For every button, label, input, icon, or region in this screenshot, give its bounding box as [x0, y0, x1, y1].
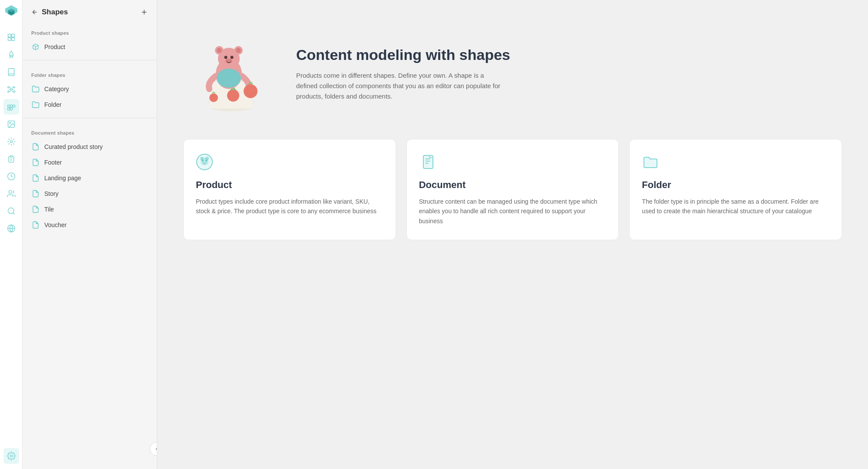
svg-point-21	[10, 455, 12, 457]
product-card: Product Product types include core produ…	[183, 139, 396, 240]
sidebar-item-landing-page-label: Landing page	[44, 175, 81, 182]
sidebar-header-left: Shapes	[31, 8, 68, 17]
search-nav-icon[interactable]	[3, 203, 19, 219]
tile-shape-icon	[31, 205, 40, 214]
sidebar: Shapes Product shapes Product Folder sha…	[23, 0, 157, 469]
product-card-icon	[196, 153, 213, 171]
svg-point-36	[209, 93, 218, 102]
folder-shape-icon	[31, 100, 40, 109]
sidebar-item-product[interactable]: Product	[23, 39, 157, 55]
svg-rect-17	[10, 156, 12, 157]
collapse-sidebar-button[interactable]	[150, 442, 157, 456]
product-card-title: Product	[196, 179, 383, 191]
svg-point-42	[205, 157, 209, 160]
svg-rect-2	[8, 38, 11, 41]
svg-point-30	[236, 48, 241, 53]
svg-point-29	[217, 48, 222, 53]
sidebar-item-landing-page[interactable]: Landing page	[23, 170, 157, 186]
document-card-icon	[419, 153, 436, 171]
app-logo	[5, 5, 17, 21]
svg-point-31	[224, 56, 228, 59]
svg-point-32	[231, 56, 234, 59]
hero-title: Content modeling with shapes	[296, 46, 510, 64]
hero-description: Products come in different shapes. Defin…	[296, 70, 505, 102]
document-shapes-label: Document shapes	[23, 123, 157, 139]
svg-point-41	[200, 157, 204, 160]
catalogue-nav-icon[interactable]	[3, 64, 19, 80]
add-shape-button[interactable]	[140, 8, 148, 16]
sidebar-item-folder[interactable]: Folder	[23, 97, 157, 112]
folder-shapes-label: Folder shapes	[23, 66, 157, 81]
svg-point-8	[13, 91, 15, 92]
sidebar-item-story[interactable]: Story	[23, 186, 157, 201]
sidebar-item-curated-product-story-label: Curated product story	[44, 143, 103, 150]
integration-nav-icon[interactable]	[3, 134, 19, 149]
sidebar-item-story-label: Story	[44, 190, 59, 197]
dashboard-nav-icon[interactable]	[3, 30, 19, 45]
sidebar-item-footer[interactable]: Footer	[23, 155, 157, 170]
product-card-description: Product types include core product infor…	[196, 197, 383, 216]
cards-row: Product Product types include core produ…	[183, 139, 842, 240]
sidebar-header: Shapes	[23, 0, 157, 23]
voucher-shape-icon	[31, 221, 40, 229]
svg-point-18	[9, 191, 12, 194]
svg-rect-12	[7, 108, 10, 110]
nodes-nav-icon[interactable]	[3, 82, 19, 97]
svg-point-19	[8, 208, 13, 214]
folder-card-description: The folder type is in principle the same…	[642, 197, 829, 216]
hero-text: Content modeling with shapes Products co…	[296, 46, 510, 102]
customers-nav-icon[interactable]	[3, 186, 19, 201]
hero-section: Content modeling with shapes Products co…	[183, 17, 842, 122]
svg-rect-10	[10, 105, 12, 107]
hero-illustration	[183, 35, 270, 113]
settings-nav-icon[interactable]	[3, 448, 19, 464]
divider-1	[23, 60, 157, 60]
svg-point-7	[7, 91, 9, 92]
sidebar-item-voucher[interactable]: Voucher	[23, 217, 157, 233]
folder-card: Folder The folder type is in principle t…	[629, 139, 842, 240]
media-nav-icon[interactable]	[3, 116, 19, 132]
svg-rect-9	[7, 105, 10, 107]
shapes-nav-icon[interactable]	[3, 99, 19, 115]
sidebar-item-voucher-label: Voucher	[44, 221, 66, 228]
rocket-nav-icon[interactable]	[3, 47, 19, 63]
translations-nav-icon[interactable]	[3, 221, 19, 236]
svg-point-15	[9, 122, 10, 124]
sidebar-item-curated-product-story[interactable]: Curated product story	[23, 139, 157, 155]
folder-card-title: Folder	[642, 179, 829, 191]
divider-2	[23, 118, 157, 118]
category-shape-icon	[31, 85, 40, 93]
svg-point-34	[217, 69, 241, 88]
sidebar-item-folder-label: Folder	[44, 101, 62, 108]
svg-rect-3	[11, 38, 14, 41]
svg-point-5	[7, 86, 9, 88]
back-button[interactable]	[31, 9, 38, 16]
sidebar-item-category-label: Category	[44, 86, 69, 92]
subscriptions-nav-icon[interactable]	[3, 168, 19, 184]
sidebar-item-product-label: Product	[44, 43, 65, 50]
main-content: Content modeling with shapes Products co…	[157, 0, 868, 469]
svg-point-35	[244, 84, 257, 98]
svg-point-33	[225, 59, 232, 63]
svg-rect-11	[13, 105, 15, 107]
orders-nav-icon[interactable]	[3, 151, 19, 167]
document-card-title: Document	[419, 179, 607, 191]
footer-shape-icon	[31, 158, 40, 167]
svg-rect-1	[11, 34, 14, 37]
svg-point-24	[227, 89, 239, 102]
product-shape-icon	[31, 43, 40, 51]
sidebar-item-category[interactable]: Category	[23, 81, 157, 97]
product-shapes-label: Product shapes	[23, 23, 157, 39]
sidebar-item-footer-label: Footer	[44, 159, 62, 166]
landing-page-shape-icon	[31, 174, 40, 182]
document-card: Document Structure content can be manage…	[406, 139, 619, 240]
story-shape-icon	[31, 189, 40, 198]
sidebar-title: Shapes	[42, 8, 68, 17]
svg-point-16	[10, 141, 12, 143]
icon-rail	[0, 0, 23, 469]
svg-rect-0	[8, 34, 11, 37]
sidebar-item-tile-label: Tile	[44, 206, 54, 213]
curated-product-story-shape-icon	[31, 142, 40, 151]
sidebar-item-tile[interactable]: Tile	[23, 201, 157, 217]
svg-rect-13	[10, 108, 12, 110]
